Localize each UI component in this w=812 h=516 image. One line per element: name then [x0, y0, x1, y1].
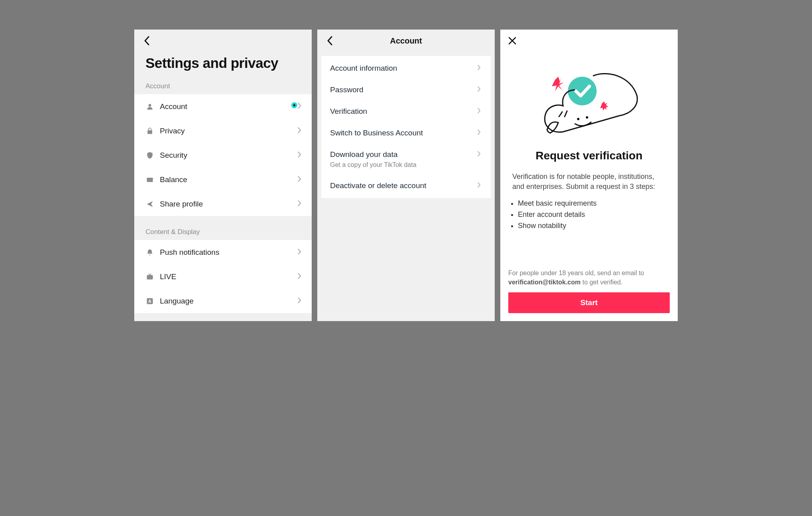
back-button[interactable]	[141, 36, 152, 46]
row-switch-business[interactable]: Switch to Business Account	[321, 122, 491, 144]
step-item: Show notability	[518, 220, 666, 232]
svg-rect-3	[147, 178, 153, 179]
lock-icon	[145, 127, 154, 135]
step-item: Enter account details	[518, 209, 666, 220]
close-icon	[508, 36, 517, 46]
email-address: verification@tiktok.com	[508, 279, 581, 286]
header-title: Account	[390, 36, 422, 46]
start-button[interactable]: Start	[508, 292, 670, 313]
svg-rect-4	[147, 275, 153, 279]
row-download-data[interactable]: Download your data Get a copy of your Ti…	[321, 144, 491, 175]
row-label: Security	[160, 151, 297, 160]
share-icon	[145, 200, 154, 208]
email-suffix: to get verified.	[581, 279, 623, 286]
chevron-right-icon	[297, 175, 304, 184]
row-label: Privacy	[160, 127, 297, 135]
email-notice: For people under 18 years old, send an e…	[508, 269, 670, 287]
chevron-right-icon	[297, 102, 304, 111]
svg-point-8	[577, 118, 579, 120]
row-password[interactable]: Password	[321, 79, 491, 101]
row-label: Share profile	[160, 200, 297, 208]
person-icon	[145, 102, 154, 111]
row-privacy[interactable]: Privacy	[134, 119, 312, 143]
row-label: Language	[160, 297, 297, 306]
row-label: Download your data	[330, 150, 477, 159]
svg-text:A: A	[148, 299, 151, 304]
row-subtitle: Get a copy of your TikTok data	[330, 161, 416, 169]
row-label: Account information	[330, 64, 477, 73]
section-header-account: Account	[134, 80, 312, 94]
verification-description: Verification is for notable people, inst…	[500, 172, 678, 198]
shield-icon	[145, 151, 154, 160]
svg-point-7	[568, 77, 597, 105]
row-label: Switch to Business Account	[330, 129, 477, 137]
close-button[interactable]	[508, 36, 517, 46]
chevron-right-icon	[297, 248, 304, 257]
row-deactivate[interactable]: Deactivate or delete account	[321, 175, 491, 196]
chevron-right-icon	[297, 127, 304, 135]
row-label: Push notifications	[160, 248, 297, 257]
chevron-right-icon	[477, 182, 482, 190]
verification-illustration	[500, 52, 678, 147]
row-share-profile[interactable]: Share profile	[134, 192, 312, 216]
svg-point-9	[586, 116, 588, 119]
svg-point-0	[149, 104, 151, 107]
row-label: Deactivate or delete account	[330, 181, 477, 190]
back-button[interactable]	[324, 36, 335, 46]
row-balance[interactable]: Balance	[134, 167, 312, 192]
verification-panel: Request verification Verification is for…	[500, 30, 678, 321]
row-account[interactable]: Account	[134, 94, 312, 119]
tv-icon	[145, 272, 154, 281]
verification-steps: Meet basic requirements Enter account de…	[500, 198, 678, 232]
chevron-right-icon	[477, 151, 482, 159]
chevron-right-icon	[297, 272, 304, 281]
panel-header: Account	[317, 30, 495, 52]
bell-icon	[145, 248, 154, 257]
section-header-content: Content & Display	[134, 226, 312, 240]
chevron-right-icon	[297, 297, 304, 306]
account-menu: Account information Password Verificatio…	[321, 56, 491, 198]
svg-rect-1	[147, 130, 152, 134]
row-label: LIVE	[160, 272, 297, 281]
page-title: Settings and privacy	[134, 52, 312, 80]
wallet-icon	[145, 175, 154, 184]
chevron-right-icon	[477, 129, 482, 137]
row-label: Account	[160, 102, 243, 111]
row-label: Balance	[160, 175, 297, 184]
step-item: Meet basic requirements	[518, 198, 666, 209]
verification-title: Request verification	[500, 147, 678, 172]
chevron-right-icon	[477, 64, 482, 72]
row-security[interactable]: Security	[134, 143, 312, 167]
panel-header	[500, 30, 678, 52]
row-label: Password	[330, 85, 477, 94]
row-label: Verification	[330, 107, 477, 116]
row-account-information[interactable]: Account information	[321, 58, 491, 79]
chevron-left-icon	[327, 36, 332, 46]
row-push-notifications[interactable]: Push notifications	[134, 240, 312, 264]
verification-footer: For people under 18 years old, send an e…	[508, 269, 670, 313]
chevron-right-icon	[477, 86, 482, 94]
notification-dot-icon	[291, 102, 297, 108]
row-live[interactable]: LIVE	[134, 264, 312, 289]
account-panel: Account Account information Password Ver…	[317, 30, 495, 321]
settings-panel: Settings and privacy Account Account Pri…	[134, 30, 312, 321]
verification-illustration-svg	[539, 68, 639, 140]
email-prefix: For people under 18 years old, send an e…	[508, 270, 644, 276]
account-list: Account Privacy Security Balance Share p…	[134, 94, 312, 216]
chevron-right-icon	[477, 107, 482, 115]
a-box-icon: A	[145, 297, 154, 306]
chevron-right-icon	[297, 200, 304, 208]
content-list: Push notifications LIVE A Language	[134, 240, 312, 313]
chevron-right-icon	[297, 151, 304, 160]
panel-header	[134, 30, 312, 52]
row-verification[interactable]: Verification	[321, 101, 491, 122]
chevron-left-icon	[144, 36, 149, 46]
row-language[interactable]: A Language	[134, 289, 312, 313]
